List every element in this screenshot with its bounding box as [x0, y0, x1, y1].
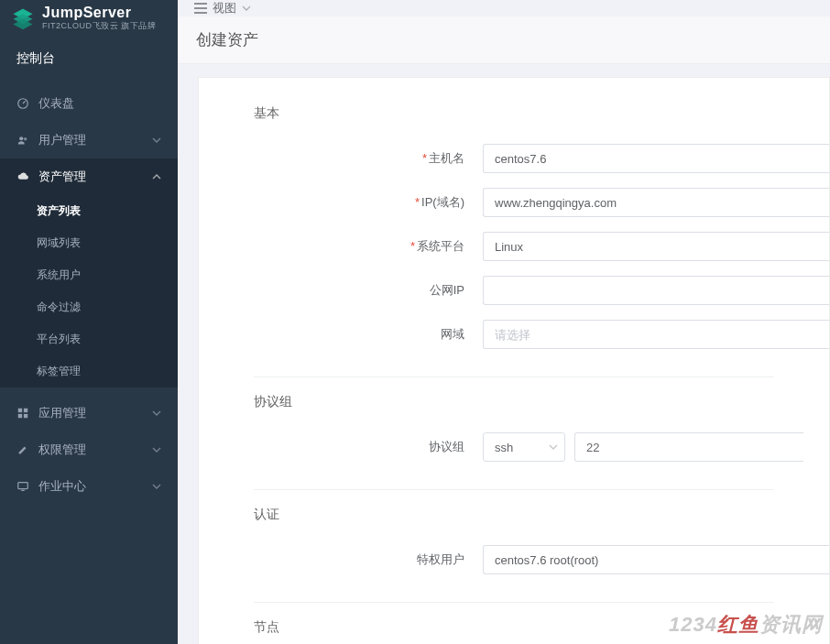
brand-subtitle: FIT2CLOUD飞致云 旗下品牌 — [42, 22, 156, 30]
sidebar-subitem-cmd-filter[interactable]: 命令过滤 — [0, 291, 178, 323]
sidebar-subitem-system-user[interactable]: 系统用户 — [0, 259, 178, 291]
page-title: 创建资产 — [178, 16, 830, 64]
priv-user-select[interactable] — [483, 545, 829, 574]
section-basic: 基本 — [199, 98, 829, 136]
grid-icon — [16, 407, 29, 420]
sidebar-subitem-tag-mgmt[interactable]: 标签管理 — [0, 355, 178, 387]
chevron-down-icon — [549, 442, 558, 452]
port-input[interactable] — [574, 432, 803, 462]
label-protocol: 协议组 — [199, 439, 464, 455]
svg-point-5 — [24, 137, 27, 141]
svg-rect-8 — [18, 414, 22, 418]
dashboard-icon — [16, 97, 29, 110]
svg-point-4 — [19, 136, 23, 140]
row-priv-user: 特权用户 — [199, 538, 829, 582]
brand-title: JumpServer — [42, 5, 156, 20]
label-ip: *IP(域名) — [199, 194, 464, 211]
console-label: 控制台 — [0, 38, 178, 85]
brand: JumpServer FIT2CLOUD飞致云 旗下品牌 — [0, 0, 178, 38]
menu-icon[interactable] — [194, 3, 207, 14]
sidebar-subitem-label: 标签管理 — [37, 365, 81, 377]
sidebar-item-label: 用户管理 — [38, 132, 86, 148]
row-domain: 网域 — [199, 312, 829, 356]
sidebar-subitem-label: 系统用户 — [37, 268, 81, 281]
label-platform: *系统平台 — [199, 238, 464, 255]
sidebar-item-apps[interactable]: 应用管理 — [0, 395, 178, 431]
view-switcher[interactable]: 视图 — [213, 0, 236, 16]
display-icon — [16, 480, 29, 493]
brand-logo-icon — [11, 6, 35, 30]
main: 视图 创建资产 基本 *主机名 *IP(域名) *系统平台 公网IP — [178, 0, 830, 644]
row-hostname: *主机名 — [199, 136, 829, 180]
divider — [254, 602, 774, 603]
sidebar-subitem-label: 命令过滤 — [37, 300, 81, 313]
nav: 仪表盘 用户管理 资产管理 资产列表 网域列表 系统用户 命令过滤 平台列表 标… — [0, 85, 178, 505]
public-ip-input[interactable] — [483, 276, 829, 305]
divider — [254, 377, 774, 377]
sidebar-item-dashboard[interactable]: 仪表盘 — [0, 85, 178, 122]
section-auth: 认证 — [199, 499, 829, 538]
row-ip: *IP(域名) — [199, 180, 829, 224]
svg-rect-7 — [24, 409, 27, 412]
sidebar-item-jobs[interactable]: 作业中心 — [0, 468, 178, 505]
row-protocol: 协议组 — [199, 425, 829, 469]
section-node: 节点 — [199, 612, 829, 644]
svg-rect-10 — [18, 483, 28, 489]
sidebar-item-label: 作业中心 — [38, 478, 86, 495]
sidebar-submenu-assets: 资产列表 网域列表 系统用户 命令过滤 平台列表 标签管理 — [0, 195, 178, 387]
sidebar-item-perms[interactable]: 权限管理 — [0, 431, 178, 468]
topbar: 视图 — [178, 0, 830, 16]
sidebar: JumpServer FIT2CLOUD飞致云 旗下品牌 控制台 仪表盘 用户管… — [0, 0, 178, 644]
row-public-ip: 公网IP — [199, 268, 829, 312]
sidebar-subitem-platform-list[interactable]: 平台列表 — [0, 323, 178, 355]
section-protocol: 协议组 — [199, 387, 829, 425]
sidebar-item-label: 应用管理 — [38, 405, 86, 421]
row-platform: *系统平台 — [199, 224, 829, 268]
ip-input[interactable] — [483, 188, 829, 217]
chevron-up-icon — [152, 172, 161, 181]
users-icon — [16, 134, 29, 147]
cloud-icon — [16, 170, 29, 183]
sidebar-subitem-domain-list[interactable]: 网域列表 — [0, 227, 178, 259]
sidebar-item-users[interactable]: 用户管理 — [0, 122, 178, 158]
svg-rect-6 — [18, 409, 22, 412]
label-hostname: *主机名 — [199, 150, 464, 167]
sidebar-subitem-label: 平台列表 — [37, 333, 81, 345]
sidebar-subitem-label: 网域列表 — [37, 236, 81, 249]
domain-select[interactable] — [483, 320, 829, 349]
sidebar-subitem-label: 资产列表 — [37, 204, 81, 217]
chevron-down-icon — [152, 482, 161, 491]
label-public-ip: 公网IP — [199, 282, 464, 299]
chevron-down-icon — [152, 136, 161, 145]
hostname-input[interactable] — [483, 144, 829, 173]
chevron-down-icon — [242, 4, 251, 13]
chevron-down-icon — [152, 409, 161, 418]
label-domain: 网域 — [199, 326, 464, 343]
divider — [254, 489, 774, 490]
sidebar-item-label: 权限管理 — [38, 442, 86, 458]
form-panel: 基本 *主机名 *IP(域名) *系统平台 公网IP 网域 — [198, 77, 830, 644]
platform-select[interactable] — [483, 232, 829, 261]
sidebar-item-assets[interactable]: 资产管理 — [0, 158, 178, 195]
sidebar-item-label: 资产管理 — [38, 169, 86, 185]
sidebar-subitem-asset-list[interactable]: 资产列表 — [0, 195, 178, 227]
sidebar-item-label: 仪表盘 — [38, 95, 74, 112]
label-priv-user: 特权用户 — [199, 551, 464, 568]
edit-icon — [16, 443, 29, 456]
svg-rect-9 — [24, 414, 27, 418]
chevron-down-icon — [152, 445, 161, 454]
